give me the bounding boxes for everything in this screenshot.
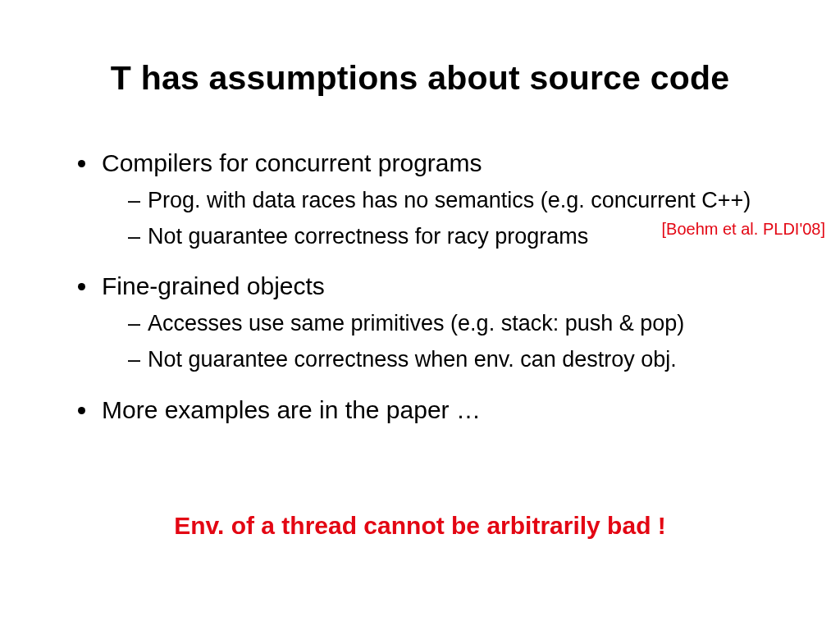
subbullet-text: Not guarantee correctness for racy progr… [148,224,588,249]
bullet-fine-grained: Fine-grained objects Accesses use same p… [98,271,765,374]
subbullet-data-races: Prog. with data races has no semantics (… [128,185,765,215]
bullet-text: More examples are in the paper … [102,396,481,423]
slide: T has assumptions about source code Comp… [0,0,840,630]
bullet-text: Compilers for concurrent programs [102,149,482,176]
subbullet-env-destroy: Not guarantee correctness when env. can … [128,345,765,374]
sublist-fine-grained: Accesses use same primitives (e.g. stack… [102,308,765,375]
slide-body: Compilers for concurrent programs Prog. … [75,148,765,433]
subbullet-text: Accesses use same primitives (e.g. stack… [148,311,684,336]
bullet-text: Fine-grained objects [102,272,325,299]
bullet-list: Compilers for concurrent programs Prog. … [75,148,765,425]
callout-text: Env. of a thread cannot be arbitrarily b… [0,512,840,540]
subbullet-text: Not guarantee correctness when env. can … [148,347,677,372]
bullet-more-examples: More examples are in the paper … [98,395,765,426]
subbullet-primitives: Accesses use same primitives (e.g. stack… [128,308,765,338]
slide-title: T has assumptions about source code [0,59,840,98]
citation-label: [Boehm et al. PLDI'08] [662,220,825,239]
subbullet-text: Prog. with data races has no semantics (… [148,188,751,212]
sublist-compilers: Prog. with data races has no semantics (… [102,185,765,252]
